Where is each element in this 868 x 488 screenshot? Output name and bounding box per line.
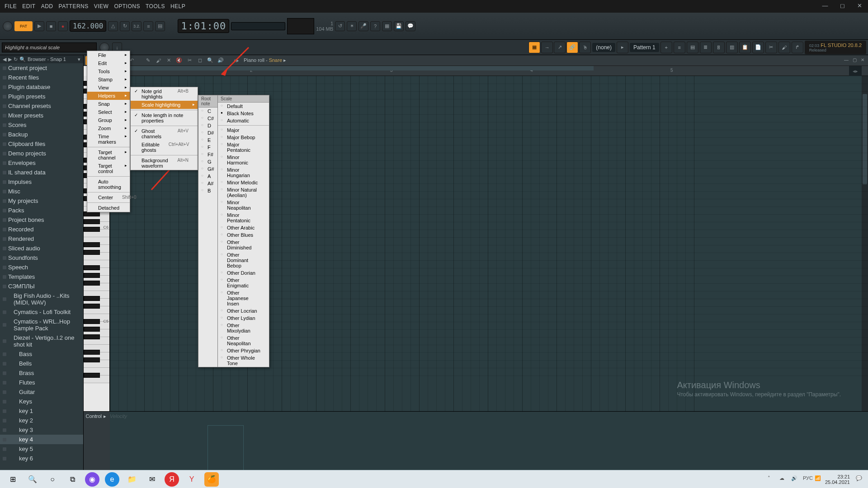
browser-item[interactable]: key 4 xyxy=(0,435,83,444)
root-note-option[interactable]: E xyxy=(198,136,217,144)
menu-item[interactable]: Editable ghostsCtrl+Alt+V xyxy=(131,141,198,154)
scale-option[interactable]: Major Bebop xyxy=(218,134,269,141)
scale-option[interactable]: Other Neapolitan xyxy=(218,334,269,347)
helpers-submenu[interactable]: Note grid highlightsAlt+BScale highlight… xyxy=(130,87,198,170)
menu-item[interactable]: Snap xyxy=(87,100,130,108)
menu-item[interactable]: Ghost channelsAlt+V xyxy=(131,127,198,141)
browser-item[interactable]: Backup xyxy=(0,130,83,139)
taskbar-app-icon[interactable]: ◉ xyxy=(85,472,99,487)
pr-tool-paint-icon[interactable]: 🖌 xyxy=(154,56,163,65)
scale-option[interactable]: Minor Pentatonic xyxy=(218,211,269,224)
panel-playlist-icon[interactable]: ≡ xyxy=(674,42,685,53)
copy-icon[interactable]: 📋 xyxy=(739,42,751,53)
windows-taskbar[interactable]: ⊞ 🔍 ○ ⧉ ◉ e 📁 ✉ Я Y 🍊 ˄ ☁ 🔊 РУС 📶 23:21 … xyxy=(0,470,868,488)
menu-item[interactable]: CenterShift+0 xyxy=(87,193,130,202)
step-edit-icon[interactable]: ▤ xyxy=(155,21,165,31)
pr-tool-draw-icon[interactable]: ✎ xyxy=(143,56,152,65)
browser-item[interactable]: Diezel - Vertigo..l.2 one shot kit xyxy=(0,333,83,349)
taskbar-flstudio-icon[interactable]: 🍊 xyxy=(204,472,219,487)
browser-item[interactable]: key 1 xyxy=(0,406,83,416)
taskbar-yandex-icon[interactable]: Я xyxy=(165,472,179,487)
browser-item[interactable]: key 6 xyxy=(0,454,83,463)
browser-item[interactable]: Sliced audio xyxy=(0,244,83,253)
browser-item[interactable]: Packs xyxy=(0,206,83,215)
menu-file[interactable]: FILE xyxy=(2,3,19,9)
menu-item[interactable]: File xyxy=(87,51,130,59)
root-note-option[interactable]: G# xyxy=(198,165,217,173)
menu-help[interactable]: HELP xyxy=(168,3,188,9)
panel-mixer-icon[interactable]: 🎚 xyxy=(713,42,725,53)
add-pattern-icon[interactable]: + xyxy=(660,42,672,53)
taskbar-edge-icon[interactable]: e xyxy=(105,472,119,487)
browser-forward-icon[interactable]: ▶ xyxy=(8,56,12,62)
taskbar-clock[interactable]: 23:21 25.04.2021 xyxy=(825,474,854,485)
song-position-slider[interactable] xyxy=(231,22,285,30)
menu-item[interactable]: Note grid highlightsAlt+B xyxy=(131,87,198,101)
close-button[interactable]: ✕ xyxy=(851,0,868,11)
switch-user-icon[interactable]: ✶ xyxy=(347,21,357,31)
menu-item[interactable]: Target channel xyxy=(87,148,130,162)
browser-item[interactable]: Clipboard files xyxy=(0,139,83,149)
browser-item[interactable]: Plugin presets xyxy=(0,92,83,101)
one-click-record-icon[interactable]: 🎤 xyxy=(359,21,368,31)
browser-item[interactable]: Recorded xyxy=(0,225,83,234)
control-lane-label[interactable]: Control xyxy=(86,413,102,419)
menu-view[interactable]: VIEW xyxy=(91,3,112,9)
browser-item[interactable]: Demo projects xyxy=(0,149,83,158)
root-note-option[interactable]: G xyxy=(198,158,217,165)
menu-item[interactable]: Select xyxy=(87,108,130,116)
menu-item[interactable]: Background waveformAlt+N xyxy=(131,156,198,170)
scale-option[interactable]: Other Whole Tone xyxy=(218,354,269,367)
pr-tool-select-icon[interactable]: ◻ xyxy=(195,56,204,65)
browser-item[interactable]: Misc xyxy=(0,187,83,196)
panel-browser-icon[interactable]: ▥ xyxy=(726,42,738,53)
browser-item[interactable]: Plugin database xyxy=(0,82,83,92)
scale-option[interactable]: Other Enigmatic xyxy=(218,277,269,289)
menu-item[interactable]: Group xyxy=(87,116,130,124)
root-note-option[interactable]: F# xyxy=(198,151,217,158)
root-note-option[interactable]: D# xyxy=(198,129,217,136)
menu-edit[interactable]: EDIT xyxy=(19,3,38,9)
scale-highlighting-submenu[interactable]: Root note CC#DD#EFF#GG#AA#B Scale Defaul… xyxy=(198,95,269,367)
save-icon[interactable]: 💾 xyxy=(394,21,404,31)
scale-option[interactable]: Major xyxy=(218,127,269,134)
scale-option[interactable]: Other Japanese Insen xyxy=(218,289,269,307)
scale-option[interactable]: Other Lydian xyxy=(218,314,269,322)
paste-icon[interactable]: 📄 xyxy=(752,42,764,53)
pr-minimize-icon[interactable]: — xyxy=(843,56,850,63)
pr-tool-mute-icon[interactable]: 🔇 xyxy=(175,56,184,65)
browser-list[interactable]: Current projectRecent filesPlugin databa… xyxy=(0,63,83,488)
browser-search-icon[interactable]: 🔍 xyxy=(19,56,26,62)
overdub-icon[interactable]: 3.2. xyxy=(132,21,142,31)
pr-close-icon[interactable]: ✕ xyxy=(859,56,866,63)
menu-item[interactable]: Time markers xyxy=(87,132,130,146)
browser-refresh-icon[interactable]: ↻ xyxy=(14,56,18,62)
taskbar-mail-icon[interactable]: ✉ xyxy=(145,472,159,487)
play-button[interactable]: ▶ xyxy=(34,21,44,31)
metronome-icon[interactable]: △ xyxy=(108,21,118,31)
browser-item[interactable]: Rendered xyxy=(0,234,83,244)
browser-item[interactable]: Big Fish Audio - ..Kits (MIDI, WAV) xyxy=(0,291,83,307)
scale-option[interactable]: Minor Melodic xyxy=(218,179,269,186)
browser-item[interactable]: Bass xyxy=(0,349,83,359)
taskbar-search-icon[interactable]: 🔍 xyxy=(25,472,40,487)
scale-option[interactable]: Other Dominant Bebop xyxy=(218,251,269,269)
scale-option[interactable]: Major Pentatonic xyxy=(218,141,269,154)
browser-item[interactable]: Brass xyxy=(0,368,83,378)
maximize-button[interactable]: ◻ xyxy=(834,0,851,11)
velocity-bar[interactable] xyxy=(208,425,244,470)
root-note-option[interactable]: D xyxy=(198,122,217,129)
browser-item[interactable]: Mixer presets xyxy=(0,111,83,120)
scale-option[interactable]: Minor Neapolitan xyxy=(218,199,269,211)
scale-option[interactable]: Automatic xyxy=(218,117,269,124)
menu-item[interactable]: Note length in note properties xyxy=(131,111,198,125)
scale-option[interactable]: Other Mixolydian xyxy=(218,322,269,334)
root-note-option[interactable]: A# xyxy=(198,180,217,187)
taskbar-cortana-icon[interactable]: ○ xyxy=(45,472,60,487)
menu-item[interactable]: Scale highlighting xyxy=(131,101,198,109)
menu-item[interactable]: Tools xyxy=(87,67,130,75)
menu-tools[interactable]: TOOLS xyxy=(143,3,168,9)
panel-stepseq-icon[interactable]: ▤ xyxy=(687,42,698,53)
menu-item[interactable]: Target control xyxy=(87,162,130,175)
tray-language-indicator[interactable]: РУС xyxy=(803,475,811,483)
